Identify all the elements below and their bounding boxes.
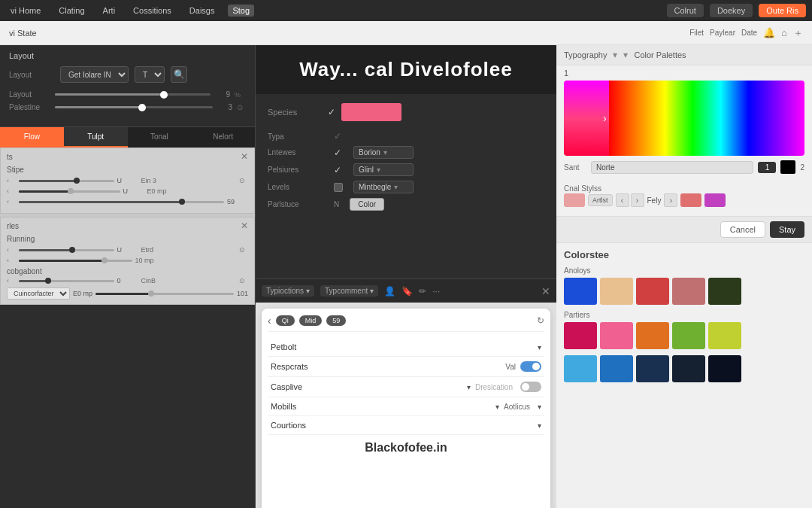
oute-ris-button[interactable]: Oute Ris [759,4,806,17]
levels-dropdown[interactable]: Mintbegle ▾ [353,181,414,193]
nav-item-cossitions[interactable]: Cossitions [129,5,176,17]
layout-select[interactable]: Get Iolare IN [60,66,129,83]
stipe-slider-track-2[interactable] [19,190,120,193]
courtions-dropdown[interactable]: ▾ [538,421,541,430]
casplive-row: Casplive ▾ Dresication [268,377,544,397]
dresication-toggle[interactable] [520,382,541,392]
nav-item-vi-home[interactable]: vi Home [6,5,45,17]
anoloys-swatch-1[interactable] [564,278,597,305]
char-nav-next[interactable]: › [631,193,644,207]
nav-item-arti[interactable]: Arti [98,5,120,17]
blue-swatch-3[interactable] [636,355,669,382]
rles-slider-track-1[interactable] [19,249,114,251]
tab-tonal[interactable]: Tonal [128,127,192,148]
parlstuce-color-button[interactable]: Color [350,198,384,211]
char-swatch-purple[interactable] [704,193,726,207]
lntewes-dropdown[interactable]: Borion ▾ [353,146,414,159]
typcomment-btn[interactable]: Typcomment ▾ [320,285,378,297]
artlst-button[interactable]: Artlst [588,194,613,206]
blue-swatch-4[interactable] [672,355,705,382]
person-icon[interactable]: 👤 [384,286,395,297]
stipe-val-1: U [117,177,138,184]
device-back-icon[interactable]: ‹ [268,315,271,327]
partiers-swatch-2[interactable] [600,322,633,349]
char-swatch-1[interactable] [564,193,585,207]
cuincorfacter-select[interactable]: Cuincorfacter [7,287,70,300]
partiers-swatch-3[interactable] [636,322,669,349]
anoloys-swatch-4[interactable] [672,278,705,305]
levels-checkbox[interactable] [334,183,343,192]
device-refresh-icon[interactable]: ↻ [537,315,544,326]
rles-panel-close[interactable]: ✕ [241,221,248,231]
plus-icon[interactable]: ＋ [793,26,803,40]
char-nav-prev[interactable]: ‹ [616,193,629,207]
stipe-slider-track-1[interactable] [19,180,114,182]
doeker-button[interactable]: Doekey [710,4,753,17]
respcrats-toggle[interactable] [520,361,541,372]
bookmark-icon[interactable]: 🔖 [401,286,413,297]
pelsiures-row: Pelsiures ✓ Glinl ▾ [262,161,550,178]
layout-slider-track[interactable] [55,93,211,96]
char-swatch-red[interactable] [680,193,701,207]
fely-nav[interactable]: › [664,193,677,207]
home-icon[interactable]: ⌂ [781,27,787,38]
aotlicus-dropdown[interactable]: ▾ [538,403,541,411]
rles-slider-2-arrow: ‹ [7,257,16,264]
gradient-arrow-icon[interactable]: › [603,112,607,124]
bell-icon[interactable]: 🔔 [763,27,775,38]
ts-panel-close[interactable]: ✕ [241,151,248,162]
mobills-dropdown[interactable]: ▾ [495,403,499,411]
colrut-button[interactable]: Colrut [667,4,704,17]
rles-icon-1: ⊙ [239,246,248,254]
palestine-slider-track[interactable] [55,106,213,108]
paylear-link[interactable]: Paylear [710,29,735,37]
tab-nelort[interactable]: Nelort [191,127,255,148]
black-swatch[interactable] [780,160,795,174]
anoloys-swatch-2[interactable] [600,278,633,305]
toolbar-close-button[interactable]: ✕ [541,285,550,297]
layout-select-ties[interactable]: Ties [135,66,165,83]
blue-swatch-5[interactable] [708,355,741,382]
tab-flow[interactable]: Flow [0,127,64,148]
anoloys-swatch-5[interactable] [708,278,741,305]
rles-slider-track-2[interactable] [19,260,132,262]
pelsiures-dropdown[interactable]: Glinl ▾ [353,163,414,176]
rles-slider-1: ‹ U Etrd ⊙ [7,246,248,254]
device-tab-mid[interactable]: Mid [299,315,323,326]
typioctions-btn[interactable]: Typioctions ▾ [262,285,314,297]
stipe-slider-3: ‹ 59 [7,198,248,205]
ts-panel: ts ✕ Stipe ‹ U Ein 3 ⊙ ‹ [0,148,255,214]
cancel-button[interactable]: Cancel [720,221,765,238]
petbolt-dropdown[interactable]: ▾ [538,343,541,351]
partiers-swatch-4[interactable] [672,322,705,349]
date-link[interactable]: Date [741,29,757,37]
partiers-swatch-1[interactable] [564,322,597,349]
cobgabont-slider-track[interactable] [19,280,114,282]
ctrl-num2: 2 [800,163,804,172]
blue-swatch-1[interactable] [564,355,597,382]
typography-arrow-icon[interactable]: ▾ [613,50,617,60]
device-tab-qi[interactable]: Qi [276,315,295,326]
nav-right-group: Colrut Doekey Oute Ris [667,4,806,17]
layout-search-button[interactable]: 🔍 [171,66,187,83]
partiers-swatch-5[interactable] [708,322,741,349]
blue-swatch-2[interactable] [600,355,633,382]
device-tab-59[interactable]: 59 [326,315,346,326]
input-slider[interactable] [95,293,234,295]
dots-icon[interactable]: ··· [432,286,440,297]
stipe-slider-track-3[interactable] [19,201,224,203]
filet-link[interactable]: Filet [689,29,704,37]
save-button[interactable]: Stay [770,221,804,238]
pen-icon[interactable]: ✏ [419,286,426,297]
stipe-val-2: U [123,187,144,195]
nav-item-stog[interactable]: Stog [228,5,254,17]
species-color-swatch[interactable] [341,103,401,121]
anoloys-swatch-3[interactable] [636,278,669,305]
nav-item-clating[interactable]: Clating [54,5,89,17]
right-panel-header: Typography ▾ ▾ Color Palettes [556,45,812,65]
typography-arrow2-icon[interactable]: ▾ [623,50,628,60]
gradient-strip[interactable]: › [564,81,804,156]
nav-item-daisgs[interactable]: Daisgs [185,5,220,17]
tab-tulpt[interactable]: Tulpt [64,127,128,148]
casplive-dropdown[interactable]: ▾ [467,383,471,391]
